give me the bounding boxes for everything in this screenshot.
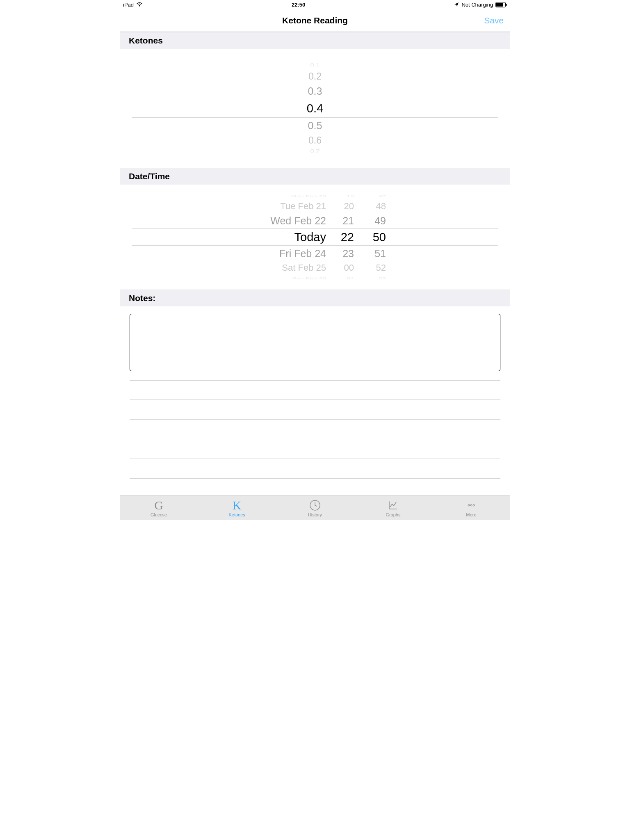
tab-glucose[interactable]: G Glucose (120, 496, 198, 520)
svg-point-6 (473, 504, 475, 506)
hour-option: 23 (342, 246, 354, 261)
status-time: 22:50 (292, 2, 305, 8)
minute-option: 49 (374, 213, 386, 228)
tab-graphs[interactable]: Graphs (354, 496, 432, 520)
date-option: Tue Feb 21 (280, 200, 326, 213)
minute-option: 48 (376, 200, 386, 213)
list-row (130, 400, 500, 420)
picker-option: 0.2 (120, 69, 510, 83)
wifi-icon (136, 2, 143, 7)
minute-option: 51 (374, 246, 386, 261)
hour-column[interactable]: 19 20 21 22 23 00 01 (333, 192, 354, 282)
list-row (130, 420, 500, 439)
save-button[interactable]: Save (484, 16, 504, 25)
tab-more[interactable]: More (432, 496, 510, 520)
minute-column[interactable]: 47 48 49 50 51 52 53 (365, 192, 386, 282)
date-selected: Today (294, 228, 326, 246)
svg-point-4 (468, 504, 470, 506)
date-column[interactable]: Mon Feb 20 Tue Feb 21 Wed Feb 22 Today F… (244, 192, 326, 282)
list-row (130, 439, 500, 459)
tab-ketones[interactable]: K Ketones (198, 496, 276, 520)
minute-option: 52 (376, 261, 386, 274)
date-option: Wed Feb 22 (270, 213, 326, 228)
section-header-datetime: Date/Time (120, 168, 510, 185)
tab-bar: G Glucose K Ketones History Graphs More (120, 495, 510, 520)
section-header-notes: Notes: (120, 290, 510, 306)
hour-option: 00 (344, 261, 354, 274)
svg-rect-2 (506, 4, 507, 6)
list-row (130, 459, 500, 479)
more-icon (466, 499, 477, 511)
svg-point-5 (470, 504, 472, 506)
picker-option: 0.1 (120, 63, 510, 68)
tab-label: More (466, 512, 476, 517)
hour-option: 20 (344, 200, 354, 213)
picker-option: 0.3 (120, 83, 510, 99)
section-header-ketones: Ketones (120, 32, 510, 49)
minute-selected: 50 (373, 228, 386, 246)
notes-input[interactable] (130, 314, 500, 371)
ketone-picker[interactable]: 0.1 0.2 0.3 0.4 0.5 0.6 0.7 (120, 49, 510, 168)
datetime-picker[interactable]: Mon Feb 20 Tue Feb 21 Wed Feb 22 Today F… (120, 185, 510, 290)
tab-label: Graphs (386, 512, 400, 517)
date-option: Sat Feb 25 (282, 261, 326, 274)
hour-option: 19 (347, 194, 354, 198)
picker-option: 0.7 (120, 149, 510, 154)
notes-section (120, 306, 510, 495)
status-bar: iPad 22:50 Not Charging (120, 0, 510, 9)
picker-selected: 0.4 (132, 99, 498, 118)
date-option: Sun Feb 26 (292, 276, 326, 280)
nav-bar: Ketone Reading Save (120, 9, 510, 32)
tab-label: Ketones (228, 512, 245, 517)
svg-rect-1 (496, 3, 503, 7)
battery-icon (495, 2, 507, 7)
tab-label: Glucose (151, 512, 167, 517)
list-lines (130, 380, 500, 479)
ketones-icon: K (233, 499, 242, 511)
minute-option: 47 (379, 194, 386, 198)
tab-label: History (308, 512, 322, 517)
graph-icon (387, 499, 399, 511)
hour-option: 01 (347, 276, 354, 280)
picker-option: 0.6 (120, 133, 510, 147)
picker-option: 0.5 (120, 118, 510, 133)
location-icon (454, 2, 459, 7)
date-option: Mon Feb 20 (291, 194, 326, 198)
hour-option: 21 (342, 213, 354, 228)
charging-label: Not Charging (461, 2, 493, 8)
device-label: iPad (123, 2, 134, 8)
page-title: Ketone Reading (282, 16, 348, 25)
list-row (130, 380, 500, 400)
clock-icon (309, 499, 321, 511)
hour-selected: 22 (341, 228, 354, 246)
minute-option: 53 (379, 276, 386, 280)
glucose-icon: G (154, 499, 163, 511)
tab-history[interactable]: History (276, 496, 354, 520)
date-option: Fri Feb 24 (279, 246, 326, 261)
